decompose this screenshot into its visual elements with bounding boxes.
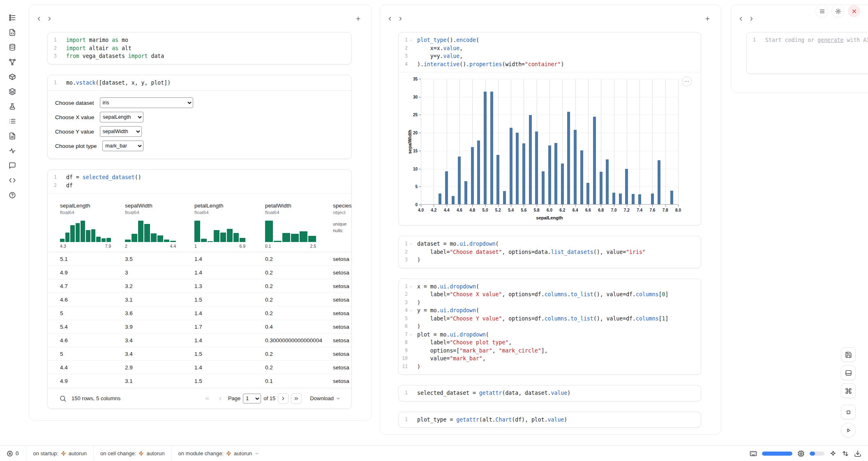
histogram-bar bbox=[208, 241, 213, 242]
add-cell-button[interactable] bbox=[353, 13, 363, 24]
column-header-petalLength[interactable]: petalLengthfloat6416.9 bbox=[194, 203, 265, 249]
line-number: 6 bbox=[399, 323, 414, 331]
sidebar-beaker-button[interactable] bbox=[6, 99, 19, 113]
column-next-button[interactable] bbox=[44, 13, 55, 24]
choose-x-select[interactable]: sepalLength bbox=[100, 112, 143, 122]
axis-tick bbox=[434, 205, 434, 207]
fold-icon[interactable] bbox=[409, 333, 413, 337]
histogram-bar bbox=[151, 233, 157, 242]
prev-page-button[interactable] bbox=[215, 393, 226, 404]
next-page-button[interactable] bbox=[278, 393, 289, 404]
chart-bar bbox=[632, 194, 635, 204]
settings-button[interactable] bbox=[832, 5, 844, 17]
choose-y-select[interactable]: sepalWidth bbox=[100, 126, 142, 137]
cell-editor[interactable]: 1dataset = mo.ui.dropdown(2 label="Choos… bbox=[399, 236, 701, 268]
ai-assistant-button[interactable] bbox=[829, 450, 837, 457]
cell-editor[interactable]: 1x = mo.ui.dropdown(2 label="Choose X va… bbox=[399, 279, 701, 375]
save-button[interactable] bbox=[841, 347, 856, 362]
sidebar-file-code-button[interactable] bbox=[6, 25, 19, 39]
sidebar-list-button[interactable] bbox=[6, 114, 19, 128]
sidebar-code-button[interactable] bbox=[6, 173, 19, 187]
altair-chart[interactable]: 4.04.24.44.64.85.05.25.45.65.86.06.26.46… bbox=[399, 72, 701, 225]
sidebar-network-button[interactable] bbox=[6, 55, 19, 69]
panel-layout-button[interactable] bbox=[841, 365, 856, 380]
chart-actions-button[interactable] bbox=[682, 76, 692, 86]
sidebar-layers-button[interactable] bbox=[6, 85, 19, 98]
on-module-change-chip[interactable]: on module change:autorun bbox=[171, 446, 266, 461]
code-text: mo.vstack([dataset, x, y, plot]) bbox=[66, 79, 171, 87]
chart-bar bbox=[542, 171, 545, 204]
column-prev-button[interactable] bbox=[384, 13, 395, 24]
generate-with-ai-link[interactable]: generate bbox=[817, 37, 844, 43]
fold-icon[interactable] bbox=[409, 38, 413, 42]
fold-icon[interactable] bbox=[409, 285, 413, 289]
shutdown-button[interactable] bbox=[848, 5, 860, 17]
editor-placeholder: Start coding or generate with AI. bbox=[765, 36, 868, 44]
keyboard-shortcuts-footer-button[interactable] bbox=[750, 450, 757, 457]
gridline bbox=[614, 79, 614, 204]
sidebar-message-square-button[interactable] bbox=[6, 159, 19, 172]
error-indicator[interactable]: 0 bbox=[7, 450, 26, 457]
statusbar-right bbox=[750, 450, 861, 457]
sidebar-file-tree-button[interactable] bbox=[6, 11, 19, 24]
fold-icon[interactable] bbox=[409, 242, 413, 246]
sidebar-help-circle-button[interactable] bbox=[6, 188, 19, 202]
cell-editor[interactable]: 1selected_dataset = getattr(data, datase… bbox=[399, 385, 701, 401]
table-row: 5.43.91.70.4setosa bbox=[48, 320, 351, 334]
stat-line: unique bbox=[333, 221, 352, 227]
cell-editor[interactable]: 1df = selected_dataset()2df bbox=[48, 170, 351, 193]
column-name: species bbox=[333, 203, 352, 209]
column-next-button[interactable] bbox=[395, 13, 406, 24]
code-line: 1import marimo as mo bbox=[48, 36, 347, 44]
min-value: 2 bbox=[125, 244, 127, 249]
choose-plot-type-select[interactable]: mark_bar bbox=[102, 141, 143, 151]
console-button[interactable] bbox=[841, 405, 856, 420]
sidebar-activity-button[interactable] bbox=[6, 144, 19, 157]
gridline bbox=[421, 97, 678, 97]
cell-editor[interactable]: 1import marimo as mo2import altair as al… bbox=[48, 32, 351, 64]
first-page-button[interactable] bbox=[202, 393, 212, 404]
column-next-button[interactable] bbox=[746, 13, 757, 24]
on-cell-change-chip[interactable]: on cell change:autorun bbox=[93, 446, 171, 461]
notebook-column-3: 1Start coding or generate with AI. bbox=[731, 5, 868, 93]
download-button[interactable]: Download bbox=[310, 395, 341, 401]
error-count: 0 bbox=[16, 450, 18, 456]
table-cell: 4.6 bbox=[60, 337, 125, 343]
add-cell-button[interactable] bbox=[702, 13, 713, 24]
column-header-sepalLength[interactable]: sepalLengthfloat644.37.9 bbox=[60, 203, 125, 249]
notebook-menu-button[interactable] bbox=[816, 5, 828, 17]
cell-editor[interactable]: 1plot_type = getattr(alt.Chart(df), plot… bbox=[399, 412, 701, 428]
fold-icon[interactable] bbox=[409, 309, 413, 313]
on-startup-chip[interactable]: on startup:autorun bbox=[26, 446, 93, 461]
page-select[interactable]: 1 bbox=[243, 394, 261, 403]
chart-bar bbox=[445, 171, 448, 204]
line-number: 2 bbox=[48, 182, 63, 190]
sidebar-file-text-button[interactable] bbox=[6, 129, 19, 143]
switch-runtime-button[interactable] bbox=[842, 450, 849, 457]
column-header-species[interactable]: speciesobjectuniquenulls: bbox=[333, 203, 352, 249]
export-button[interactable] bbox=[854, 450, 861, 457]
table-cell: setosa bbox=[333, 364, 352, 371]
x-tick-label: 4.8 bbox=[469, 208, 475, 212]
x-tick-label: 6.2 bbox=[559, 208, 565, 212]
sidebar-package-button[interactable] bbox=[6, 70, 19, 83]
column-prev-button[interactable] bbox=[735, 13, 746, 24]
choose-dataset-select[interactable]: iris bbox=[100, 97, 193, 108]
last-page-button[interactable] bbox=[291, 393, 302, 404]
chart-bar bbox=[535, 131, 538, 204]
cell-editor[interactable]: 1plot_type().encode(2 x=x.value,3 y=y.va… bbox=[399, 32, 701, 72]
zap-icon bbox=[139, 451, 144, 456]
table-cell: 1.4 bbox=[194, 310, 265, 316]
sidebar-database-button[interactable] bbox=[6, 40, 19, 54]
code-line: 2 label="Choose dataset", options=data.l… bbox=[399, 248, 697, 256]
run-all-button[interactable] bbox=[841, 423, 856, 438]
column-prev-button[interactable] bbox=[33, 13, 44, 24]
column-header-petalWidth[interactable]: petalWidthfloat640.12.5 bbox=[265, 203, 333, 249]
column-header-sepalWidth[interactable]: sepalWidthfloat6424.4 bbox=[125, 203, 194, 249]
line-number: 1 bbox=[399, 36, 414, 44]
cell-editor[interactable]: 1mo.vstack([dataset, x, y, plot]) bbox=[48, 75, 351, 91]
cell-editor[interactable]: 1Start coding or generate with AI. bbox=[747, 32, 868, 74]
keyboard-shortcuts-button[interactable] bbox=[841, 383, 856, 398]
code-line: 3 y=y.value, bbox=[399, 52, 697, 60]
table-search-button[interactable] bbox=[59, 395, 67, 402]
